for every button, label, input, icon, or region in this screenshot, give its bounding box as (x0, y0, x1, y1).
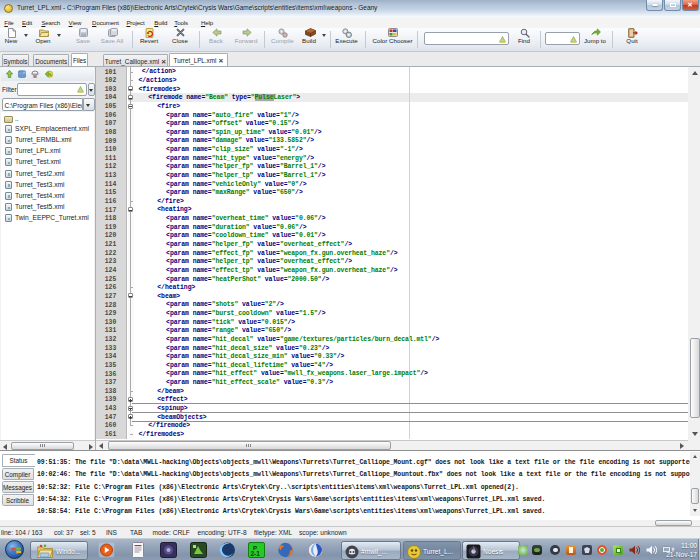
svg-text:2-1: 2-1 (251, 550, 261, 557)
